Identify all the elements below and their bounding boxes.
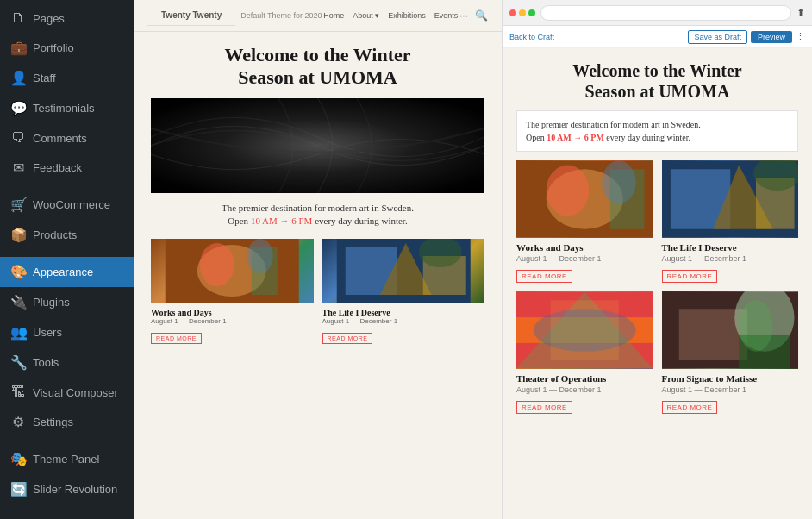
highlight-text: 10 AM → 6 PM — [251, 216, 313, 226]
sidebar-item-settings[interactable]: ⚙ Settings — [0, 407, 134, 437]
sidebar-item-label: Testimonials — [33, 102, 95, 115]
sidebar-item-testimonials[interactable]: 💬 Testimonials — [0, 93, 134, 123]
sidebar-item-label: Staff — [33, 72, 56, 84]
sidebar-item-collapse[interactable]: ◀ Collapse menu — [0, 511, 134, 519]
art-grid: Works and Days August 1 — December 1 REA… — [151, 239, 484, 344]
sidebar-item-label: Tools — [33, 356, 59, 369]
browser-dots — [509, 9, 535, 16]
bc-card-title: The Life I Deserve — [662, 242, 799, 253]
pages-icon: 🗋 — [10, 10, 26, 26]
sidebar-item-label: Theme Panel — [33, 453, 99, 466]
comments-icon: 🗨 — [10, 130, 26, 146]
bc-card-image — [662, 160, 799, 238]
sidebar-item-woocommerce[interactable]: 🛒 WooCommerce — [0, 190, 134, 220]
products-icon: 📦 — [10, 227, 26, 243]
bc-read-more-button[interactable]: READ MORE — [516, 270, 572, 283]
sidebar-item-theme-panel[interactable]: 🎭 Theme Panel — [0, 444, 134, 474]
sidebar-item-label: Pages — [33, 12, 65, 25]
svg-point-30 — [739, 300, 773, 351]
theme-panel-icon: 🎭 — [10, 451, 26, 467]
bc-art-grid: Works and Days August 1 — December 1 REA… — [516, 160, 798, 414]
staff-icon: 👤 — [10, 70, 26, 86]
nav-events[interactable]: Events — [434, 11, 459, 20]
svg-point-5 — [247, 239, 273, 273]
bc-card-image — [662, 291, 799, 369]
sidebar-item-users[interactable]: 👥 Users — [0, 317, 134, 347]
sidebar-item-portfolio[interactable]: 💼 Portfolio — [0, 33, 134, 63]
sidebar-item-staff[interactable]: 👤 Staff — [0, 63, 134, 93]
browser-content: Welcome to the Winter Season at UMOMA Th… — [503, 48, 812, 519]
more-icon[interactable]: ··· — [459, 9, 468, 22]
plugins-icon: 🔌 — [10, 294, 26, 310]
right-preview: ⬆ Back to Craft Save as Draft Preview ⋮ … — [502, 0, 812, 519]
read-more-button[interactable]: READ MORE — [322, 333, 373, 344]
slider-revolution-icon: 🔄 — [10, 481, 26, 497]
nav-exhibitions[interactable]: Exhibitions — [388, 11, 426, 20]
svg-point-13 — [547, 165, 590, 216]
bc-card-date: August 1 — December 1 — [516, 385, 653, 394]
nav-icons: ··· 🔍 — [459, 9, 488, 22]
minimize-dot[interactable] — [519, 9, 526, 16]
bc-card-title: Works and Days — [516, 242, 653, 253]
site-title: Welcome to the Winter Season at UMOMA — [151, 44, 484, 90]
save-draft-button[interactable]: Save as Draft — [688, 30, 747, 44]
bc-highlight: 10 AM → 6 PM — [547, 133, 604, 142]
art-card-image — [322, 239, 485, 303]
theme-name: Twenty Twenty — [147, 5, 235, 26]
nav-links: Home About ▾ Exhibitions Events — [323, 11, 458, 20]
sidebar-item-products[interactable]: 📦 Products — [0, 220, 134, 250]
browser-chrome: ⬆ — [503, 0, 812, 26]
back-to-craft[interactable]: Back to Craft — [509, 33, 554, 41]
left-preview: Twenty Twenty Default Theme for 2020 Hom… — [134, 0, 502, 519]
appearance-icon: 🎨 — [10, 264, 26, 280]
close-dot[interactable] — [509, 9, 516, 16]
sidebar-item-pages[interactable]: 🗋 Pages — [0, 3, 134, 33]
sidebar-item-label: Settings — [33, 416, 73, 428]
svg-point-3 — [200, 243, 234, 286]
sidebar-item-label: Appearance — [33, 266, 93, 278]
bc-read-more-button[interactable]: READ MORE — [662, 401, 718, 414]
more-options-icon[interactable]: ⋮ — [796, 31, 805, 42]
art-card-date: August 1 — December 1 — [322, 317, 485, 325]
bc-card-date: August 1 — December 1 — [662, 385, 799, 394]
sidebar: 🗋 Pages 💼 Portfolio 👤 Staff 💬 Testimonia… — [0, 0, 134, 519]
settings-icon: ⚙ — [10, 414, 26, 430]
hero-image — [151, 98, 484, 193]
sidebar-item-comments[interactable]: 🗨 Comments — [0, 123, 134, 153]
users-icon: 👥 — [10, 324, 26, 341]
art-card-date: August 1 — December 1 — [151, 317, 314, 325]
read-more-button[interactable]: READ MORE — [151, 333, 202, 344]
maximize-dot[interactable] — [528, 9, 535, 16]
sidebar-item-label: Comments — [33, 132, 87, 145]
sidebar-item-tools[interactable]: 🔧 Tools — [0, 347, 134, 378]
address-bar[interactable] — [540, 5, 791, 21]
sidebar-item-slider-revolution[interactable]: 🔄 Slider Revolution — [0, 474, 134, 504]
browser-share-icon[interactable]: ⬆ — [796, 7, 805, 19]
sidebar-item-appearance[interactable]: 🎨 Appearance — [0, 257, 134, 287]
nav-home[interactable]: Home — [323, 11, 344, 20]
sidebar-item-plugins[interactable]: 🔌 Plugins — [0, 287, 134, 317]
tools-icon: 🔧 — [10, 354, 26, 371]
art-card-title: Works and Days — [151, 308, 314, 317]
sidebar-item-label: WooCommerce — [33, 198, 110, 211]
bc-read-more-button[interactable]: READ MORE — [516, 401, 572, 414]
nav-about[interactable]: About ▾ — [353, 11, 379, 20]
visual-composer-icon: 🏗 — [10, 385, 26, 400]
browser-toolbar: Back to Craft Save as Draft Preview ⋮ — [503, 26, 812, 48]
default-theme-text: Default Theme for 2020 — [240, 11, 322, 20]
bc-read-more-button[interactable]: READ MORE — [662, 270, 718, 283]
sidebar-item-visual-composer[interactable]: 🏗 Visual Composer — [0, 378, 134, 407]
bc-card-image — [516, 291, 653, 369]
art-card: Works and Days August 1 — December 1 REA… — [151, 239, 314, 344]
sidebar-item-label: Plugins — [33, 296, 70, 309]
art-card: The Life I Deserve August 1 — December 1… — [322, 239, 485, 344]
main-content: Twenty Twenty Default Theme for 2020 Hom… — [134, 0, 812, 519]
woocommerce-icon: 🛒 — [10, 197, 26, 213]
sidebar-item-label: Slider Revolution — [33, 483, 117, 496]
preview-button[interactable]: Preview — [751, 31, 792, 43]
art-card-title: The Life I Deserve — [322, 308, 485, 317]
search-icon[interactable]: 🔍 — [475, 9, 488, 22]
portfolio-icon: 💼 — [10, 40, 26, 56]
sidebar-item-feedback[interactable]: ✉ Feedback — [0, 153, 134, 183]
site-nav: Twenty Twenty Default Theme for 2020 Hom… — [134, 0, 502, 32]
